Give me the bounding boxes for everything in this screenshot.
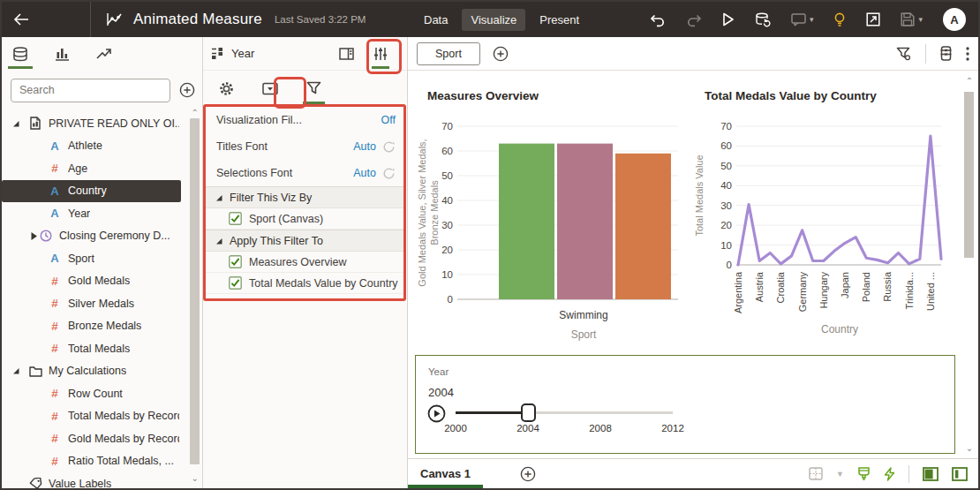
- reset-icon[interactable]: [382, 167, 396, 180]
- add-filter-icon[interactable]: [493, 46, 509, 62]
- section-apply-this-filter-to[interactable]: Apply This Filter To: [206, 230, 404, 252]
- tab-data[interactable]: Data: [415, 9, 456, 31]
- line-series[interactable]: [738, 136, 941, 265]
- canvas-tab-1[interactable]: Canvas 1: [408, 459, 483, 488]
- prop-value[interactable]: Auto: [353, 167, 376, 179]
- slider-track[interactable]: [456, 411, 673, 414]
- checkbox-icon[interactable]: [229, 255, 242, 268]
- scrollbar-thumb[interactable]: [964, 92, 974, 258]
- canvas-layout-caret-icon[interactable]: ▼: [836, 470, 844, 479]
- tab-data-elements[interactable]: [11, 43, 30, 65]
- tree-item-closing-ceremony-d[interactable]: Closing Ceremony D...: [2, 225, 202, 248]
- prop-value[interactable]: Auto: [353, 140, 376, 153]
- tab-visualizations[interactable]: [53, 43, 72, 64]
- canvas-animate-bolt-icon[interactable]: [884, 467, 895, 481]
- svg-text:Country: Country: [821, 323, 858, 335]
- tree-item-silver-medals[interactable]: #Silver Medals: [2, 292, 202, 315]
- search-input[interactable]: [11, 79, 170, 102]
- line-chart[interactable]: 010203040506070ArgentinaAustriaCroatiaGe…: [692, 109, 957, 341]
- tree-item-value-labels[interactable]: Value Labels: [2, 472, 202, 488]
- tree-item-ratio-total-medals[interactable]: #Ratio Total Medals, ...: [2, 450, 202, 473]
- grammar-panel-toggle-icon[interactable]: [335, 44, 358, 64]
- scroll-down-icon[interactable]: ⌄: [192, 473, 199, 483]
- preview-play-icon[interactable]: [722, 12, 735, 26]
- bar-bronze-medals[interactable]: [615, 154, 671, 299]
- filter-bar-menu-icon[interactable]: [896, 47, 911, 61]
- tab-present[interactable]: Present: [531, 9, 588, 31]
- tree-item-total-medals-by-record[interactable]: #Total Medals by Record: [2, 405, 202, 428]
- tree-item-row-count[interactable]: #Row Count: [2, 382, 202, 405]
- svg-text:Russia: Russia: [882, 271, 893, 302]
- general-settings-icon[interactable]: [215, 78, 237, 100]
- bar-gold-medals-value[interactable]: [499, 144, 554, 299]
- refresh-data-icon[interactable]: [755, 12, 771, 27]
- slider-handle[interactable]: [521, 403, 536, 422]
- number-icon: #: [48, 455, 62, 468]
- tree-item-sport[interactable]: ASport: [2, 247, 202, 270]
- svg-text:Argentina: Argentina: [733, 271, 743, 313]
- tree-item-label: My Calculations: [49, 365, 126, 377]
- svg-text:Swimming: Swimming: [559, 309, 607, 321]
- tree-item-athlete[interactable]: AAthlete: [2, 135, 202, 158]
- svg-text:10: 10: [720, 240, 732, 251]
- bar-chart[interactable]: 010203040506070SwimmingSportGold Medals …: [415, 109, 689, 341]
- tree-item-gold-medals[interactable]: #Gold Medals: [2, 270, 202, 293]
- open-in-new-icon[interactable]: [866, 12, 880, 26]
- expander-icon[interactable]: [215, 237, 223, 245]
- slider-play-button[interactable]: [427, 404, 446, 423]
- prop-value[interactable]: Off: [381, 114, 396, 126]
- tree-item-bronze-medals[interactable]: #Bronze Medals: [2, 315, 202, 338]
- checkbox-total-medals-value-by-country[interactable]: Total Medals Value by Country: [206, 273, 404, 294]
- scroll-up-icon[interactable]: ⌃: [962, 76, 976, 86]
- sidebar-scrollbar[interactable]: [190, 118, 200, 464]
- tree-item-year[interactable]: AYear: [2, 202, 202, 225]
- filter-pill-sport[interactable]: Sport: [417, 42, 480, 65]
- kebab-menu-icon[interactable]: [966, 47, 969, 61]
- redo-icon[interactable]: [686, 13, 702, 26]
- expander-icon[interactable]: [28, 231, 39, 241]
- prop-row-visualization-fil[interactable]: Visualization Fil...Off: [206, 107, 404, 133]
- avatar[interactable]: A: [943, 8, 966, 31]
- viz-total-medals-by-country[interactable]: Total Medals Value by Country 0102030405…: [692, 85, 957, 341]
- undo-icon[interactable]: [650, 13, 666, 26]
- tree-item-age[interactable]: #Age: [2, 157, 202, 180]
- scroll-down-icon[interactable]: ⌄: [962, 443, 976, 453]
- canvas-scrollbar[interactable]: ⌃ ⌄: [962, 76, 976, 453]
- add-canvas-icon[interactable]: [520, 466, 536, 482]
- save-icon[interactable]: ▾: [901, 12, 923, 26]
- svg-text:50: 50: [720, 161, 732, 171]
- checkbox-icon[interactable]: [229, 276, 242, 290]
- tab-visualize[interactable]: Visualize: [462, 9, 525, 31]
- section-filter-this-viz-by[interactable]: Filter This Viz By: [206, 186, 404, 208]
- filter-properties-icon[interactable]: [303, 78, 325, 99]
- tree-item-gold-medals-by-record[interactable]: #Gold Medals by Record: [2, 427, 202, 450]
- canvas-layout-icon[interactable]: [809, 467, 823, 480]
- insights-bulb-icon[interactable]: [833, 12, 846, 27]
- tree-item-my-calculations[interactable]: My Calculations: [2, 360, 202, 383]
- tree-item-total-medals[interactable]: #Total Medals: [2, 337, 202, 360]
- add-dataset-button[interactable]: [179, 82, 195, 98]
- viz-measures-overview[interactable]: Measures Overview 010203040506070Swimmin…: [415, 85, 689, 341]
- properties-toggle-icon[interactable]: [370, 43, 391, 64]
- scroll-up-icon[interactable]: ⌃: [192, 108, 199, 117]
- reset-icon[interactable]: [382, 140, 396, 154]
- expander-icon[interactable]: [11, 366, 21, 375]
- expander-icon[interactable]: [215, 193, 223, 202]
- checkbox-measures-overview[interactable]: Measures Overview: [206, 252, 404, 273]
- values-menu-icon[interactable]: [259, 79, 282, 99]
- prop-row-titles-font[interactable]: Titles FontAuto: [206, 133, 404, 160]
- checkbox-icon[interactable]: [229, 212, 242, 225]
- canvas-style-brush-icon[interactable]: [857, 467, 871, 481]
- back-button[interactable]: [2, 13, 41, 26]
- tree-item-country[interactable]: ACountry: [2, 180, 181, 203]
- expander-icon[interactable]: [11, 119, 21, 128]
- prop-row-selections-font[interactable]: Selections FontAuto: [206, 160, 404, 186]
- checkbox-sport-canvas[interactable]: Sport (Canvas): [206, 208, 404, 230]
- tab-analytics[interactable]: [94, 44, 114, 64]
- panel-left-bar-icon[interactable]: [952, 467, 968, 481]
- tree-item-private-read-only-oi[interactable]: PRIVATE READ ONLY OI...: [2, 112, 202, 135]
- bar-silver-medals[interactable]: [557, 144, 613, 299]
- comments-icon[interactable]: ▾: [791, 13, 814, 26]
- filter-controls-icon[interactable]: [940, 46, 952, 61]
- panel-left-filled-icon[interactable]: [923, 467, 939, 481]
